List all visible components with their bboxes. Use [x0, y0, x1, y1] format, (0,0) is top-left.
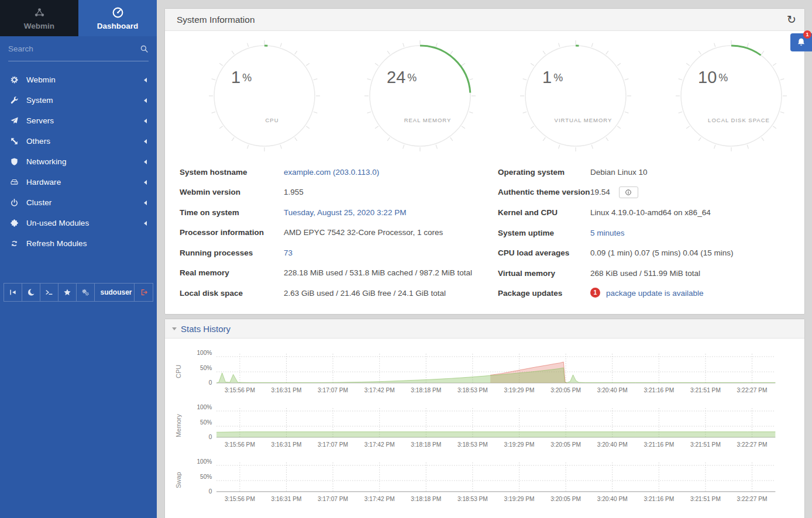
- sidebar-item-refresh-modules[interactable]: Refresh Modules: [0, 233, 157, 254]
- info-value-link[interactable]: package update is available: [606, 288, 704, 299]
- sidebar-item-hardware[interactable]: Hardware: [0, 172, 157, 192]
- notifications-count-badge: 1: [803, 30, 811, 39]
- svg-text:3:18:18 PM: 3:18:18 PM: [411, 496, 441, 502]
- chart-plot-swap: 100%50%03:15:56 PM3:16:31 PM3:17:07 PM3:…: [184, 455, 781, 505]
- gears-icon: [81, 288, 90, 296]
- user-button[interactable]: sudouser: [95, 284, 135, 301]
- stats-history-panel: Stats History CPU100%50%03:15:56 PM3:16:…: [164, 319, 805, 518]
- collapse-icon: [9, 288, 17, 296]
- gauge-label: VIRTUAL MEMORY: [555, 117, 613, 123]
- svg-text:3:15:56 PM: 3:15:56 PM: [225, 387, 255, 393]
- chart-plot-memory: 100%50%03:15:56 PM3:16:31 PM3:17:07 PM3:…: [184, 401, 781, 450]
- sidebar-item-networking[interactable]: Networking: [0, 151, 157, 172]
- sidebar-item-label: Networking: [26, 157, 67, 166]
- search-input[interactable]: [8, 44, 140, 53]
- favorites-button[interactable]: [59, 284, 77, 301]
- svg-text:3:16:31 PM: 3:16:31 PM: [271, 387, 302, 393]
- caret-left-icon: [144, 221, 147, 226]
- sidebar-search: [8, 36, 149, 61]
- night-mode-button[interactable]: [22, 284, 40, 301]
- sidebar-item-webmin[interactable]: Webmin: [0, 70, 157, 90]
- chart-swap: Swap100%50%03:15:56 PM3:16:31 PM3:17:07 …: [173, 455, 781, 505]
- refresh-page-icon[interactable]: ↻: [787, 14, 796, 25]
- info-label: Authentic theme version: [498, 187, 590, 198]
- svg-text:3:21:51 PM: 3:21:51 PM: [690, 496, 721, 502]
- sidebar-item-servers[interactable]: Servers: [0, 110, 157, 131]
- info-row-cpu-load-averages: CPU load averages0.09 (1 min) 0.07 (5 mi…: [498, 243, 792, 264]
- webmin-logo-icon: [33, 6, 46, 19]
- svg-text:100%: 100%: [197, 350, 212, 356]
- terminal-button[interactable]: [40, 284, 59, 301]
- power-icon: [10, 198, 19, 207]
- logout-button[interactable]: [135, 284, 153, 301]
- svg-text:3:17:42 PM: 3:17:42 PM: [364, 496, 395, 502]
- caret-left-icon: [144, 98, 147, 103]
- info-value: AMD EPYC 7542 32-Core Processor, 1 cores: [284, 227, 443, 239]
- info-value: Linux 4.19.0-10-amd64 on x86_64: [590, 207, 711, 219]
- info-value-link[interactable]: 73: [284, 247, 293, 259]
- stats-history-charts: CPU100%50%03:15:56 PM3:16:31 PM3:17:07 P…: [165, 339, 804, 518]
- info-label: System uptime: [498, 227, 590, 239]
- gauge-cpu: 1%CPU: [209, 40, 320, 151]
- sidebar-item-label: Refresh Modules: [26, 239, 87, 248]
- info-value: 0.09 (1 min) 0.07 (5 mins) 0.04 (15 mins…: [590, 247, 734, 259]
- gauge-label: LOCAL DISK SPACE: [708, 117, 770, 123]
- sidebar-item-un-used-modules[interactable]: Un-used Modules: [0, 213, 157, 233]
- info-value: 19.54: [590, 187, 610, 198]
- info-row-authentic-theme-version: Authentic theme version19.54: [498, 182, 792, 203]
- svg-text:3:20:05 PM: 3:20:05 PM: [550, 387, 581, 393]
- stats-history-header[interactable]: Stats History: [165, 319, 804, 339]
- tab-dashboard[interactable]: Dashboard: [78, 0, 157, 36]
- theme-settings-button[interactable]: [77, 284, 95, 301]
- info-value: 2.63 GiB used / 21.46 GiB free / 24.1 Gi…: [284, 288, 446, 299]
- info-value-link[interactable]: Tuesday, August 25, 2020 3:22 PM: [284, 207, 406, 219]
- chart-cpu: CPU100%50%03:15:56 PM3:16:31 PM3:17:07 P…: [173, 347, 781, 396]
- sidebar-item-label: Others: [26, 137, 50, 146]
- gauge-real-memory: 24%REAL MEMORY: [364, 40, 476, 151]
- terminal-icon: [45, 288, 53, 296]
- svg-text:3:17:42 PM: 3:17:42 PM: [364, 387, 395, 393]
- system-info-left-column: System hostnameexample.com (203.0.113.0)…: [180, 162, 473, 303]
- stats-history-title: Stats History: [181, 324, 230, 334]
- sidebar-item-label: Servers: [26, 116, 54, 125]
- caret-left-icon: [144, 201, 147, 205]
- sidebar-item-cluster[interactable]: Cluster: [0, 192, 157, 213]
- svg-text:3:22:27 PM: 3:22:27 PM: [737, 441, 768, 448]
- collapse-sidebar-button[interactable]: [4, 284, 22, 301]
- gauge-label: REAL MEMORY: [404, 117, 452, 123]
- sidebar-menu: WebminSystemServersOthersNetworkingHardw…: [0, 61, 157, 254]
- gear-icon: [10, 75, 19, 84]
- svg-text:0: 0: [209, 379, 212, 386]
- svg-text:50%: 50%: [200, 419, 212, 426]
- system-info-right-column: Operating systemDebian Linux 10Authentic…: [498, 162, 792, 303]
- info-value-link[interactable]: example.com (203.0.113.0): [284, 167, 379, 178]
- notifications-button[interactable]: 1: [790, 33, 812, 51]
- system-information-header: System Information ↻: [165, 9, 804, 31]
- search-icon[interactable]: [140, 44, 149, 53]
- svg-text:3:20:40 PM: 3:20:40 PM: [597, 441, 628, 448]
- sidebar-item-others[interactable]: Others: [0, 131, 157, 151]
- svg-text:3:15:56 PM: 3:15:56 PM: [225, 496, 255, 502]
- svg-text:50%: 50%: [200, 474, 212, 480]
- sidebar-tabbar: Webmin Dashboard: [0, 0, 157, 36]
- shield-icon: [10, 157, 19, 166]
- svg-text:3:17:42 PM: 3:17:42 PM: [364, 441, 395, 448]
- chart-axis-label-cpu: CPU: [173, 351, 184, 392]
- tab-webmin[interactable]: Webmin: [0, 0, 78, 36]
- gauge-local-disk-space: 10%LOCAL DISK SPACE: [676, 40, 787, 151]
- info-icon: [625, 189, 632, 196]
- hdd-icon: [10, 178, 19, 187]
- info-value-link[interactable]: 5 minutes: [590, 227, 625, 239]
- theme-info-button[interactable]: [619, 187, 638, 198]
- info-row-processor-information: Processor informationAMD EPYC 7542 32-Co…: [180, 223, 473, 243]
- sidebar-item-system[interactable]: System: [0, 90, 157, 110]
- info-label: Time on system: [180, 207, 284, 219]
- info-label: Processor information: [180, 227, 284, 239]
- svg-text:100%: 100%: [197, 458, 212, 465]
- chevron-down-icon: [172, 327, 177, 330]
- sidebar-item-label: Hardware: [26, 178, 61, 187]
- refresh-icon: [10, 239, 19, 248]
- svg-text:3:20:40 PM: 3:20:40 PM: [597, 387, 628, 393]
- info-label: System hostname: [180, 167, 284, 178]
- svg-text:3:19:29 PM: 3:19:29 PM: [504, 441, 535, 448]
